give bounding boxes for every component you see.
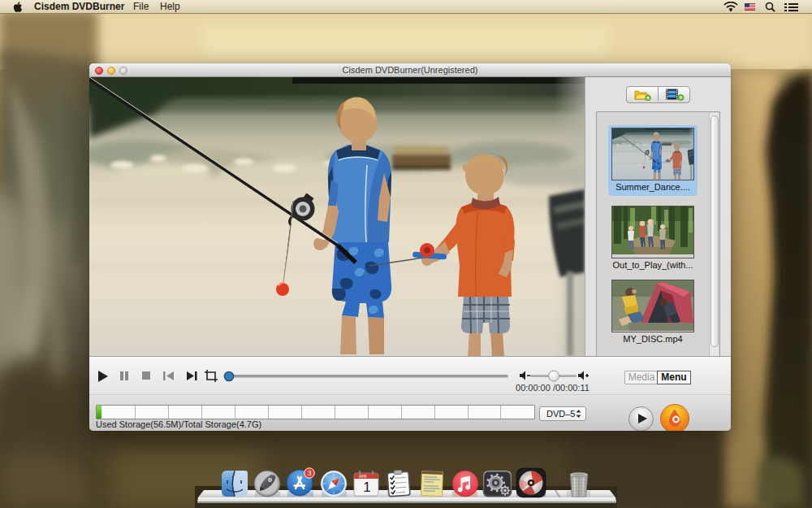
svg-text:APR: APR [359,475,367,479]
svg-text:1: 1 [363,480,370,495]
svg-text:3: 3 [307,469,311,477]
